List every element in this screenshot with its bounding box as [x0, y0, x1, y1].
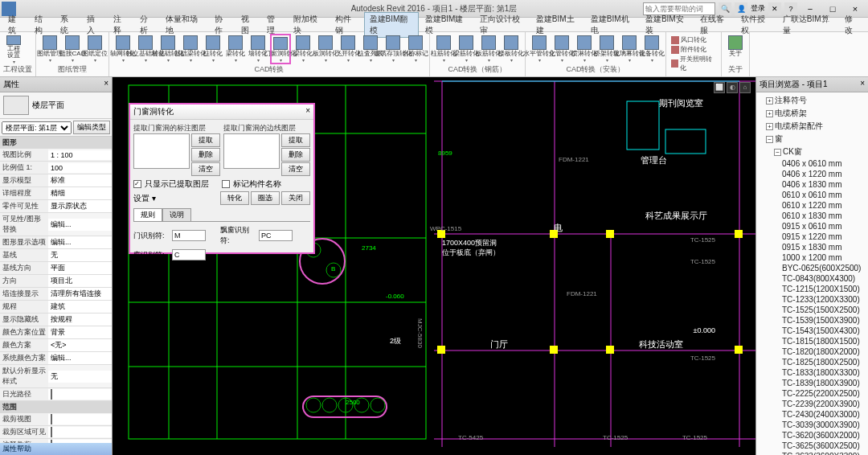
- props-row[interactable]: 裁剪区域可见: [0, 426, 112, 439]
- props-row[interactable]: 墙连接显示清理所有墙连接: [0, 288, 112, 301]
- tree-leaf[interactable]: 0406 x 0610 mm: [758, 158, 866, 169]
- edit-type-button[interactable]: 编辑类型: [73, 121, 110, 134]
- props-row[interactable]: 基线无: [0, 249, 112, 262]
- right-layer-list[interactable]: [223, 133, 280, 169]
- dialog-titlebar[interactable]: 门窗洞转化 ×: [130, 105, 313, 120]
- dialog-close-icon[interactable]: ×: [305, 106, 310, 117]
- delete-button-right[interactable]: 删除: [281, 148, 310, 162]
- tree-leaf[interactable]: TC-2239(2200X3900): [758, 399, 866, 409]
- tree-leaf[interactable]: TC-3625(3600X2500): [758, 441, 866, 451]
- ribbon-btn-4-2[interactable]: 喷淋转化▾: [574, 34, 595, 64]
- ribbon-btn-2-5[interactable]: 梁转化▾: [225, 34, 246, 64]
- ribbon-btn-1-1[interactable]: 链接CAD▾: [62, 34, 83, 64]
- tree-leaf[interactable]: TC-1543(1500X4300): [758, 326, 866, 336]
- browser-close-icon[interactable]: ×: [860, 79, 865, 90]
- tab-rule[interactable]: 规则: [133, 208, 162, 221]
- props-row[interactable]: 详细程度精细: [0, 187, 112, 200]
- tree-node[interactable]: −窗: [758, 133, 866, 146]
- viewcube-icon[interactable]: ⬜: [714, 82, 725, 93]
- props-row[interactable]: 零件可见性显示原状态: [0, 200, 112, 213]
- ribbon-btn-2-12[interactable]: 建筑存顶转化▾: [383, 34, 403, 64]
- tree-leaf[interactable]: TC-3620(3600X2000): [758, 430, 866, 441]
- ribbon-btn-2-6[interactable]: 墙转化▾: [248, 34, 268, 64]
- extract-button-left[interactable]: 提取: [191, 133, 220, 147]
- props-row[interactable]: 方向项目北: [0, 275, 112, 288]
- ribbon-btn-3-1[interactable]: 梁筋转化▾: [456, 34, 477, 64]
- tree-node[interactable]: +电缆桥架配件: [758, 120, 866, 133]
- ribbon-small-0[interactable]: 风口转化: [671, 35, 716, 44]
- props-row[interactable]: 颜色方案<无>: [0, 339, 112, 352]
- tree-leaf[interactable]: TC-3633(3600X3300): [758, 451, 866, 455]
- instance-selector[interactable]: 楼层平面: 第1层: [2, 121, 72, 134]
- tree-leaf[interactable]: TC-1839(1800X3900): [758, 378, 866, 388]
- mark-name-checkbox[interactable]: [222, 180, 230, 188]
- ribbon-btn-0-0[interactable]: 工程设置▾: [3, 34, 24, 64]
- ribbon-btn-2-2[interactable]: 桩基础转化▾: [158, 34, 178, 64]
- tree-leaf[interactable]: 0915 x 1220 mm: [758, 232, 866, 242]
- ribbon-btn-1-0[interactable]: 图纸管理▾: [39, 34, 60, 64]
- menu-21[interactable]: 修改: [840, 13, 865, 37]
- convert-button[interactable]: 转化: [220, 191, 249, 205]
- ribbon-btn-2-9[interactable]: 板洞转化▾: [315, 34, 336, 64]
- ribbon-small-1[interactable]: 附件转化: [671, 45, 716, 54]
- ribbon-btn-3-2[interactable]: 板筋转化▾: [478, 34, 499, 64]
- piaochang-id-input[interactable]: [259, 230, 293, 241]
- tree-leaf[interactable]: 0406 x 1220 mm: [758, 169, 866, 179]
- tree-leaf[interactable]: BYC-0625(600X2500): [758, 263, 866, 273]
- left-layer-list[interactable]: [133, 133, 190, 169]
- ribbon-btn-4-5[interactable]: 设备转化▾: [641, 34, 662, 64]
- props-row[interactable]: 显示隐藏线按规程: [0, 314, 112, 326]
- delete-button-left[interactable]: 删除: [191, 148, 220, 162]
- ribbon-btn-4-3[interactable]: 桥架转化▾: [596, 34, 617, 64]
- tree-leaf[interactable]: TC-1233(1200X3300): [758, 294, 866, 305]
- tree-leaf[interactable]: TC-1825(1800X2500): [758, 357, 866, 367]
- ribbon-btn-2-4[interactable]: 柱转化▾: [203, 34, 223, 64]
- tree-leaf[interactable]: 0610 x 1830 mm: [758, 211, 866, 221]
- ribbon-small-2[interactable]: 开关照明转化: [671, 55, 716, 72]
- ribbon-btn-4-0[interactable]: 水平管转化▾: [529, 34, 550, 64]
- tree-leaf[interactable]: 0915 x 1830 mm: [758, 242, 866, 252]
- tree-node[interactable]: +注释符号: [758, 94, 866, 107]
- select-button[interactable]: 圈选: [251, 191, 280, 205]
- props-row[interactable]: 比例值 1:100: [0, 162, 112, 174]
- about-button[interactable]: 关于: [725, 34, 746, 64]
- ribbon-btn-4-1[interactable]: 立管转化▾: [551, 34, 572, 64]
- props-row[interactable]: 基线方向平面: [0, 262, 112, 275]
- ribbon-btn-2-8[interactable]: 梁转化▾: [293, 34, 313, 64]
- tree-leaf[interactable]: 0610 x 0610 mm: [758, 190, 866, 200]
- tree-leaf[interactable]: TC-1539(1500X3900): [758, 315, 866, 326]
- close-button-dlg[interactable]: 关闭: [281, 191, 310, 205]
- browser-tree[interactable]: +注释符号+电缆桥架+电缆桥架配件−窗−CK窗0406 x 0610 mm040…: [756, 92, 868, 455]
- tree-leaf[interactable]: 0915 x 0610 mm: [758, 221, 866, 232]
- ribbon-btn-3-3[interactable]: 楼板转化▾: [501, 34, 522, 64]
- props-row[interactable]: 颜色方案位置背景: [0, 326, 112, 339]
- props-row[interactable]: 规程建筑: [0, 301, 112, 314]
- ribbon-btn-2-3[interactable]: 基础梁转化▾: [180, 34, 201, 64]
- nav-wheel-icon[interactable]: ◐: [727, 82, 738, 93]
- ribbon-btn-2-13[interactable]: 名称标记▾: [405, 34, 426, 64]
- tree-node[interactable]: −CK窗: [758, 146, 866, 158]
- props-row[interactable]: 图形显示选项编辑...: [0, 236, 112, 249]
- tree-leaf[interactable]: TC-1815(1800X1500): [758, 336, 866, 346]
- tree-leaf[interactable]: TC-3039(3000X3900): [758, 420, 866, 430]
- tree-leaf[interactable]: TC-1525(1500X2500): [758, 305, 866, 315]
- settings-link[interactable]: 设置 ▾: [133, 193, 156, 204]
- clear-button-right[interactable]: 清空: [281, 162, 310, 176]
- props-row[interactable]: 日光路径: [0, 388, 112, 401]
- ribbon-btn-3-0[interactable]: 柱筋转化▾: [433, 34, 454, 64]
- tab-description[interactable]: 说明: [162, 208, 191, 221]
- ribbon-btn-2-0[interactable]: 轴网转化▾: [113, 34, 133, 64]
- props-row[interactable]: 可见性/图形替换编辑...: [0, 213, 112, 236]
- props-row[interactable]: 裁剪视图: [0, 413, 112, 426]
- tree-leaf[interactable]: TC-1833(1800X3300): [758, 367, 866, 378]
- tree-leaf[interactable]: TC-1820(1800X2000): [758, 346, 866, 357]
- window-id-input[interactable]: [172, 249, 206, 260]
- ribbon-btn-2-11[interactable]: 柱査列表▾: [360, 34, 381, 64]
- props-row[interactable]: 系统颜色方案编辑...: [0, 352, 112, 365]
- door-id-input[interactable]: [172, 230, 206, 241]
- props-row[interactable]: 默认分析显示样式无: [0, 365, 112, 388]
- tree-leaf[interactable]: TC-1215(1200X1500): [758, 284, 866, 294]
- ribbon-btn-2-7[interactable]: 门窗洞转化▾: [270, 34, 291, 64]
- properties-help[interactable]: 属性帮助: [0, 443, 112, 455]
- show-extracted-checkbox[interactable]: [133, 180, 141, 188]
